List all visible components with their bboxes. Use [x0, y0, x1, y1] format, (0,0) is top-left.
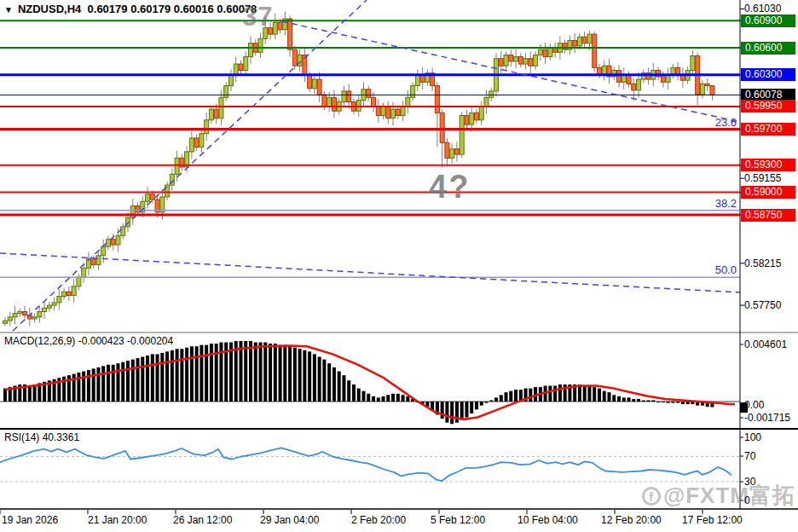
- macd-histogram-bar: [259, 343, 263, 402]
- macd-histogram-bar: [141, 357, 144, 402]
- time-axis-label: 26 Jan 12:00: [173, 514, 232, 526]
- macd-histogram-bar: [303, 350, 306, 402]
- candle-bullish: [244, 57, 248, 71]
- candle-bearish: [632, 84, 636, 90]
- price-level-badge: 0.58750: [741, 209, 795, 222]
- macd-histogram-bar: [338, 372, 341, 402]
- macd-histogram-bar: [529, 389, 532, 402]
- macd-histogram-bar: [558, 385, 562, 402]
- candle-bullish: [489, 91, 494, 97]
- macd-histogram-bar: [28, 385, 32, 402]
- candle-bullish: [57, 297, 61, 303]
- candle-bullish: [523, 59, 528, 64]
- candle-bearish: [543, 49, 547, 56]
- candle-bullish: [82, 269, 86, 278]
- candle-bullish: [450, 149, 454, 159]
- macd-histogram-bar: [450, 402, 454, 424]
- candle-bearish: [136, 206, 140, 212]
- fib-level-label: 23.6: [715, 116, 737, 129]
- macd-axis-label: -0.001715: [744, 412, 790, 424]
- candle-bearish: [465, 116, 469, 125]
- candle-bearish: [582, 37, 587, 43]
- candle-bearish: [332, 97, 336, 111]
- candle-bullish: [8, 317, 12, 321]
- rsi-value: 40.3361: [43, 431, 79, 443]
- candle-bearish: [322, 95, 327, 107]
- candle-bullish: [121, 227, 125, 236]
- macd-histogram-bar: [441, 402, 444, 419]
- macd-histogram-bar: [460, 402, 464, 420]
- candle-bullish: [165, 185, 170, 197]
- candle-bullish: [234, 64, 238, 75]
- macd-histogram-bar: [107, 365, 110, 402]
- candle-bearish: [347, 91, 351, 102]
- macd-histogram-bar: [607, 392, 610, 402]
- macd-histogram-bar: [676, 402, 679, 403]
- price-axis-label: 0.57750: [744, 299, 781, 311]
- macd-histogram-bar: [146, 356, 149, 402]
- trendline-dashed: [0, 253, 740, 292]
- chart-canvas[interactable]: [0, 0, 798, 532]
- macd-histogram-bar: [386, 395, 390, 402]
- macd-histogram-bar: [651, 400, 655, 402]
- rsi-axis-label: 100: [744, 431, 761, 443]
- macd-histogram-bar: [190, 346, 194, 402]
- candle-bullish: [77, 277, 81, 286]
- candle-bullish: [391, 109, 396, 119]
- macd-histogram-bar: [171, 350, 174, 402]
- candle-bearish: [518, 57, 523, 64]
- macd-histogram-bar: [396, 394, 400, 402]
- macd-histogram-bar: [254, 343, 257, 402]
- candle-bullish: [52, 303, 56, 305]
- macd-histogram-bar: [33, 385, 37, 402]
- macd-histogram-bar: [662, 402, 665, 402]
- macd-histogram-bar: [87, 370, 90, 402]
- macd-histogram-bar: [391, 394, 395, 402]
- candle-bearish: [278, 22, 282, 29]
- candle-bearish: [214, 109, 218, 119]
- macd-histogram-bar: [210, 344, 213, 402]
- candle-bullish: [38, 312, 42, 317]
- time-axis-label: 12 Feb 20:00: [601, 514, 662, 526]
- candle-bullish: [13, 314, 17, 317]
- macd-histogram-bar: [627, 397, 631, 402]
- macd-histogram-bar: [288, 346, 292, 402]
- candle-bullish: [18, 312, 22, 314]
- macd-histogram-bar: [622, 397, 626, 402]
- time-axis-label: 21 Jan 20:00: [88, 514, 147, 526]
- candle-bullish: [72, 286, 76, 296]
- candle-bullish: [460, 116, 464, 155]
- macd-axis-label: 0.004601: [744, 338, 787, 350]
- macd-histogram-bar: [298, 349, 302, 402]
- candle-bullish: [470, 113, 474, 124]
- macd-histogram-bar: [205, 345, 208, 402]
- macd-indicator-label: MACD(12,26,9) -0.000423 -0.000204: [4, 335, 173, 347]
- macd-histogram-bar: [327, 363, 331, 402]
- macd-histogram-bar: [480, 402, 483, 406]
- mt4-chart-window: ▼NZDUSD,H4 0.60179 0.60179 0.60016 0.600…: [0, 0, 798, 532]
- macd-histogram-bar: [82, 372, 85, 402]
- candle-bullish: [43, 308, 47, 311]
- macd-histogram-bar: [92, 368, 95, 402]
- macd-histogram-bar: [322, 360, 326, 402]
- macd-histogram-bar: [151, 354, 154, 402]
- macd-signal-value: -0.000204: [127, 335, 173, 347]
- candle-bearish: [23, 312, 27, 315]
- candle-bullish: [637, 79, 641, 90]
- macd-histogram-bar: [318, 357, 321, 402]
- rsi-axis-label: 30: [744, 476, 755, 488]
- macd-histogram-bar: [249, 341, 252, 402]
- macd-histogram-bar: [165, 351, 169, 402]
- macd-histogram-bar: [642, 400, 645, 402]
- symbol-dropdown-icon[interactable]: ▼: [4, 5, 13, 14]
- candle-bullish: [62, 292, 66, 296]
- candle-bullish: [514, 57, 518, 61]
- macd-histogram-bar: [239, 341, 242, 402]
- rsi-axis-label: 0: [744, 494, 750, 506]
- macd-histogram-bar: [617, 396, 621, 402]
- candle-bearish: [593, 34, 597, 67]
- price-level-badge: 0.60900: [741, 14, 795, 27]
- macd-histogram-bar: [263, 343, 267, 402]
- macd-histogram-bar: [465, 402, 468, 418]
- candle-bearish: [661, 77, 665, 82]
